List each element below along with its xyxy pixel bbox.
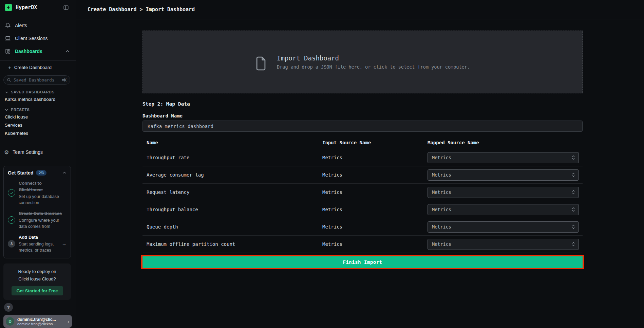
mapped-source-select[interactable]: Metrics — [428, 187, 579, 198]
team-settings-label: Team Settings — [13, 149, 43, 155]
promo-line: ClickHouse Cloud? — [7, 275, 67, 283]
chevron-up-icon — [62, 171, 67, 175]
sidebar-item-services[interactable]: Services — [0, 121, 76, 129]
input-source-name: Metrics — [318, 155, 423, 160]
saved-dashboard-label: Kafka metrics dashboard — [5, 97, 55, 102]
check-circle-icon — [8, 216, 15, 224]
dropzone-subtitle: Drag and drop a JSON file here, or click… — [277, 64, 470, 70]
help-button[interactable]: ? — [4, 303, 13, 312]
sidebar-item-dashboards[interactable]: Dashboards — [0, 45, 76, 58]
sidebar-item-client-sessions[interactable]: Client Sessions — [0, 32, 76, 45]
select-chevrons-icon — [572, 155, 575, 160]
main-area: Create Dashboard > Import Dashboard Impo… — [76, 0, 644, 328]
import-dropzone[interactable]: Import Dashboard Drag and drop a JSON fi… — [143, 31, 583, 93]
search-placeholder: Saved Dashboards — [14, 77, 62, 83]
chevron-down-icon — [5, 90, 8, 94]
metric-name: Throughput rate — [143, 155, 318, 160]
file-icon — [255, 56, 267, 71]
sidebar-item-label: Client Sessions — [15, 36, 48, 41]
sidebar-item-label: Dashboards — [15, 49, 42, 54]
selected-source: Metrics — [432, 189, 572, 195]
plus-icon: + — [8, 65, 11, 70]
select-chevrons-icon — [572, 224, 575, 230]
progress-badge: 2/3 — [36, 170, 46, 176]
chevron-right-icon: › — [68, 318, 69, 324]
bell-icon — [5, 22, 11, 29]
column-header-name: Name — [143, 140, 318, 145]
table-header-row: Name Input Source Name Mapped Source Nam… — [143, 136, 583, 149]
section-title: SAVED DASHBOARDS — [11, 90, 55, 94]
dropzone-title: Import Dashboard — [277, 54, 470, 62]
get-started-step-connect[interactable]: Connect to ClickHouse Set up your databa… — [8, 180, 67, 206]
sidebar-item-team-settings[interactable]: ⚙ Team Settings — [0, 146, 76, 158]
step-title: Connect to ClickHouse — [19, 180, 63, 193]
brand-title: HyperDX — [16, 4, 63, 11]
top-bar: Create Dashboard > Import Dashboard — [76, 0, 644, 19]
hyperdx-logo-icon — [5, 4, 12, 11]
create-dashboard-button[interactable]: + Create Dashboard — [0, 61, 76, 73]
metric-name: Maximum offline partition count — [143, 241, 318, 247]
mapped-source-select[interactable]: Metrics — [428, 169, 579, 181]
saved-dashboards-section-header[interactable]: SAVED DASHBOARDS — [0, 89, 76, 95]
section-title: PRESETS — [11, 108, 30, 112]
avatar: D — [6, 317, 14, 326]
selected-source: Metrics — [432, 224, 572, 230]
sidebar-item-label: Alerts — [15, 23, 27, 28]
gear-icon: ⚙ — [4, 149, 9, 156]
dashboard-name-label: Dashboard Name — [143, 113, 583, 119]
step-title: Add Data — [19, 234, 63, 241]
sidebar-item-alerts[interactable]: Alerts — [0, 19, 76, 32]
get-started-title: Get Started — [8, 170, 33, 176]
table-row: Average consumer lag Metrics Metrics — [143, 166, 583, 184]
input-source-name: Metrics — [318, 207, 423, 212]
user-menu[interactable]: D dominic.tran@clic... dominic.tran@clic… — [3, 315, 72, 328]
get-started-step-sources[interactable]: Create Data Sources Configure where your… — [8, 211, 67, 230]
search-icon — [7, 78, 11, 82]
step-title: Create Data Sources — [19, 211, 63, 217]
selected-source: Metrics — [432, 241, 572, 247]
metric-name: Throughput balance — [143, 207, 318, 212]
user-name: dominic.tran@clic... — [17, 317, 68, 322]
check-circle-icon — [8, 189, 15, 197]
sidebar-collapse-icon[interactable] — [63, 5, 69, 11]
chevron-up-icon — [65, 49, 70, 53]
table-row: Queue depth Metrics Metrics — [143, 218, 583, 236]
sidebar-item-clickhouse[interactable]: ClickHouse — [0, 113, 76, 121]
user-email: dominic.tran@clickho... — [17, 322, 68, 326]
dashboard-name-input[interactable] — [143, 121, 583, 132]
table-row: Throughput rate Metrics Metrics — [143, 149, 583, 166]
input-source-name: Metrics — [318, 241, 423, 247]
search-shortcut: ⌘K — [62, 78, 67, 83]
input-source-name: Metrics — [318, 172, 423, 178]
step-desc: Set up your database connection — [19, 194, 63, 206]
preset-label: Kubernetes — [5, 131, 28, 136]
table-row: Throughput balance Metrics Metrics — [143, 201, 583, 218]
sidebar-item-kafka-dashboard[interactable]: Kafka metrics dashboard — [0, 95, 76, 103]
get-started-header[interactable]: Get Started 2/3 — [8, 170, 67, 176]
finish-import-button[interactable]: Finish Import — [143, 256, 583, 268]
column-header-input-source: Input Source Name — [318, 140, 423, 145]
chevron-down-icon — [5, 108, 8, 112]
step-number-badge: 3 — [8, 240, 15, 248]
sidebar: HyperDX Alerts Client Sessions Dashboard… — [0, 0, 76, 328]
presets-section-header[interactable]: PRESETS — [0, 107, 76, 113]
input-source-name: Metrics — [318, 224, 423, 230]
get-started-step-add-data[interactable]: 3 Add Data Start sending logs, metrics, … — [8, 234, 67, 253]
metric-name: Queue depth — [143, 224, 318, 230]
create-dashboard-label: Create Dashboard — [14, 65, 52, 70]
arrow-right-icon: → — [62, 241, 67, 247]
mapped-source-select[interactable]: Metrics — [428, 204, 579, 215]
saved-dashboards-search-input[interactable]: Saved Dashboards ⌘K — [3, 75, 70, 85]
mapped-source-select[interactable]: Metrics — [428, 239, 579, 250]
preset-label: Services — [5, 123, 22, 128]
breadcrumb: Create Dashboard > Import Dashboard — [88, 6, 195, 13]
mapped-source-select[interactable]: Metrics — [428, 152, 579, 163]
dashboard-grid-icon — [5, 48, 11, 54]
input-source-name: Metrics — [318, 189, 423, 195]
select-chevrons-icon — [572, 207, 575, 212]
metric-name: Average consumer lag — [143, 172, 318, 178]
mapped-source-select[interactable]: Metrics — [428, 221, 579, 233]
sidebar-item-kubernetes[interactable]: Kubernetes — [0, 129, 76, 137]
get-started-free-button[interactable]: Get Started for Free — [12, 286, 63, 295]
selected-source: Metrics — [432, 207, 572, 212]
